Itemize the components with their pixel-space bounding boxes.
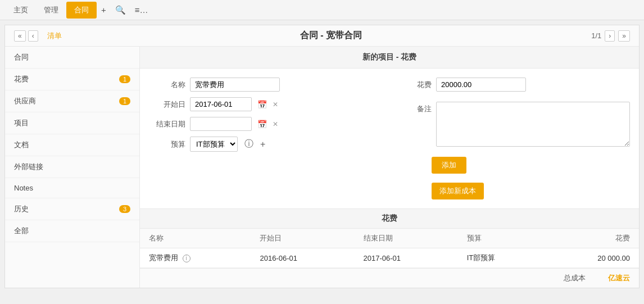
name-input[interactable] xyxy=(190,78,280,92)
page-title: 合同 - 宽带合同 xyxy=(71,30,592,42)
sidebar-item-all[interactable]: 全部 xyxy=(5,220,139,242)
start-date-calendar-icon[interactable]: 📅 xyxy=(257,100,267,109)
form-area: 名称 开始日 📅 ✕ 结束日期 📅 ✕ xyxy=(140,69,639,209)
cost-input[interactable] xyxy=(436,78,526,92)
table-footer: 总成本 亿速云 xyxy=(140,268,639,288)
pagination: 1/1 › » xyxy=(591,30,630,42)
form-left: 名称 开始日 📅 ✕ 结束日期 📅 ✕ xyxy=(149,78,384,199)
row-info-icon[interactable]: i xyxy=(183,255,191,262)
sidebar-label-supplier: 供应商 xyxy=(14,96,36,106)
row-budget: IT部预算 xyxy=(458,248,545,268)
budget-add-icon[interactable]: + xyxy=(260,139,265,149)
sidebar-label-notes: Notes xyxy=(14,184,33,192)
nav-next-button[interactable]: › xyxy=(605,30,615,42)
form-right: 花费 备注 添加 添加新成本 xyxy=(395,78,630,199)
toolbar-nav: « ‹ xyxy=(14,30,38,42)
end-date-clear-icon[interactable]: ✕ xyxy=(273,120,278,128)
table-section-header: 花费 xyxy=(140,209,639,229)
nav-contract[interactable]: 合同 xyxy=(66,2,97,19)
sidebar-item-costs[interactable]: 花费 1 xyxy=(5,69,139,90)
sidebar-label-docs: 文档 xyxy=(14,140,29,150)
col-budget-header: 预算 xyxy=(458,229,545,248)
sidebar-item-docs[interactable]: 文档 xyxy=(5,134,139,156)
sidebar: 合同 花费 1 供应商 1 项目 文档 外部链接 Notes xyxy=(5,47,140,288)
budget-row: 预算 IT部预算 ⓘ + xyxy=(149,137,384,152)
notes-row: 备注 xyxy=(395,102,630,147)
row-end-date: 2017-06-01 xyxy=(355,248,458,268)
list-icon[interactable]: ≡… xyxy=(130,2,153,18)
end-date-calendar-icon[interactable]: 📅 xyxy=(257,120,267,129)
pagination-text: 1/1 xyxy=(591,31,601,40)
sidebar-item-contract[interactable]: 合同 xyxy=(5,47,139,69)
add-button[interactable]: 添加 xyxy=(432,157,466,174)
sidebar-item-project[interactable]: 项目 xyxy=(5,112,139,134)
table-header-row: 名称 开始日 结束日期 预算 花费 xyxy=(140,229,639,248)
notes-label: 备注 xyxy=(395,104,432,114)
watermark: 亿速云 xyxy=(608,273,630,283)
col-start-header: 开始日 xyxy=(251,229,354,248)
sidebar-label-history: 历史 xyxy=(14,204,29,214)
nav-admin[interactable]: 管理 xyxy=(36,2,66,19)
budget-select[interactable]: IT部预算 xyxy=(190,137,238,152)
toolbar: « ‹ 清单 合同 - 宽带合同 1/1 › » xyxy=(5,25,639,47)
top-navigation: 主页 管理 合同 + 🔍 ≡… xyxy=(0,0,644,20)
supplier-badge: 1 xyxy=(119,97,130,105)
name-label: 名称 xyxy=(149,80,185,90)
cost-row: 花费 xyxy=(395,78,630,92)
budget-info-icon[interactable]: ⓘ xyxy=(244,138,253,150)
sidebar-label-all: 全部 xyxy=(14,226,29,236)
costs-badge: 1 xyxy=(119,75,130,83)
end-date-input[interactable] xyxy=(190,117,252,131)
table-row: 宽带费用 i 2016-06-01 2017-06-01 IT部预算 20 00… xyxy=(140,248,639,268)
sidebar-item-notes[interactable]: Notes xyxy=(5,178,139,198)
sidebar-item-external-links[interactable]: 外部链接 xyxy=(5,156,139,178)
end-date-row: 结束日期 📅 ✕ xyxy=(149,117,384,131)
name-row: 名称 xyxy=(149,78,384,92)
start-date-input[interactable] xyxy=(190,97,252,111)
sidebar-label-costs: 花费 xyxy=(14,74,29,84)
sidebar-item-history[interactable]: 历史 3 xyxy=(5,198,139,220)
end-date-label: 结束日期 xyxy=(149,119,185,129)
history-badge: 3 xyxy=(119,205,130,213)
row-cost: 20 000.00 xyxy=(545,248,639,268)
search-icon[interactable]: 🔍 xyxy=(111,2,130,19)
sidebar-label-external: 外部链接 xyxy=(14,162,43,172)
table-section: 花费 名称 开始日 结束日期 预算 花费 xyxy=(140,209,639,288)
row-start-date: 2016-06-01 xyxy=(251,248,354,268)
notes-textarea[interactable] xyxy=(436,102,630,147)
start-date-clear-icon[interactable]: ✕ xyxy=(273,101,278,108)
start-date-label: 开始日 xyxy=(149,99,185,110)
nav-home[interactable]: 主页 xyxy=(6,2,36,19)
list-link[interactable]: 清单 xyxy=(47,31,62,41)
total-label: 总成本 xyxy=(149,273,608,283)
nav-last-button[interactable]: » xyxy=(618,30,630,42)
cost-label: 花费 xyxy=(395,80,432,90)
main-container: « ‹ 清单 合同 - 宽带合同 1/1 › » 合同 花费 1 供应商 1 xyxy=(4,25,640,288)
col-cost-header: 花费 xyxy=(545,229,639,248)
start-date-row: 开始日 📅 ✕ xyxy=(149,97,384,111)
row-name: 宽带费用 i xyxy=(140,248,251,268)
nav-prev-button[interactable]: ‹ xyxy=(28,30,38,42)
plus-icon[interactable]: + xyxy=(97,2,111,18)
watermark-text: 亿速云 xyxy=(608,273,630,283)
costs-table: 名称 开始日 结束日期 预算 花费 宽带费用 i xyxy=(140,229,639,268)
sidebar-label-project: 项目 xyxy=(14,118,29,128)
sidebar-item-supplier[interactable]: 供应商 1 xyxy=(5,90,139,112)
col-name-header: 名称 xyxy=(140,229,251,248)
col-end-header: 结束日期 xyxy=(355,229,458,248)
content-area: 合同 花费 1 供应商 1 项目 文档 外部链接 Notes xyxy=(5,47,639,288)
form-section-header: 新的项目 - 花费 xyxy=(140,47,639,69)
right-panel: 新的项目 - 花费 名称 开始日 📅 ✕ 结束日期 xyxy=(140,47,639,288)
nav-first-button[interactable]: « xyxy=(14,30,26,42)
sidebar-label-contract: 合同 xyxy=(14,52,29,62)
add-cost-button[interactable]: 添加新成本 xyxy=(432,183,484,199)
budget-label: 预算 xyxy=(149,139,185,149)
